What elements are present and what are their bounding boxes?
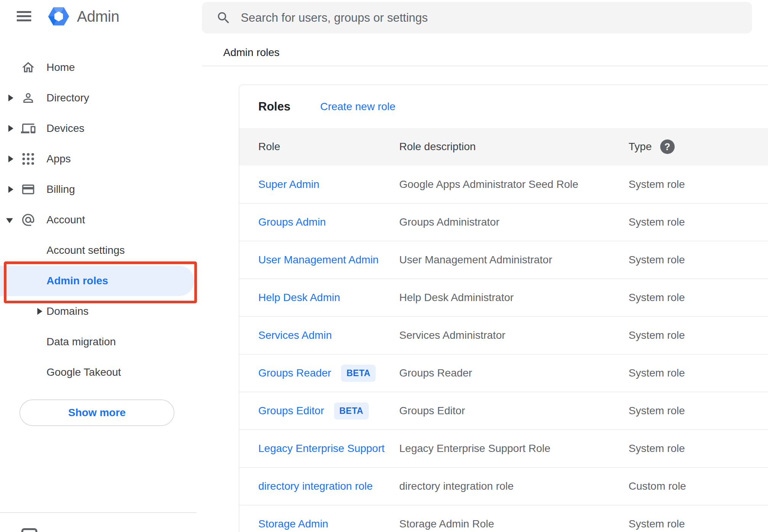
sidebar-item-label: Google Takeout xyxy=(46,366,121,378)
role-type: Custom role xyxy=(629,480,768,492)
expand-arrow-icon xyxy=(8,125,13,132)
role-type: System role xyxy=(629,405,768,417)
role-link[interactable]: Storage Admin xyxy=(258,518,328,530)
role-cell: Super Admin xyxy=(258,178,399,191)
search-bar[interactable] xyxy=(202,2,752,34)
sidebar-nav: Home Directory Devices xyxy=(0,52,202,388)
collapse-arrow-icon xyxy=(6,218,13,223)
roles-panel: Roles Create new role Role Role descript… xyxy=(239,85,768,532)
role-type: System role xyxy=(629,292,768,304)
clipped-sidebar-icon xyxy=(21,528,37,532)
role-cell: Groups Admin xyxy=(258,216,399,228)
role-cell: Groups Reader BETA xyxy=(258,365,399,382)
role-description: User Management Administrator xyxy=(399,254,629,266)
table-row: directory integration role directory int… xyxy=(239,467,768,505)
role-link[interactable]: Groups Editor xyxy=(258,405,324,417)
show-more-button[interactable]: Show more xyxy=(19,399,174,426)
sidebar-item-label: Admin roles xyxy=(46,275,108,287)
roles-panel-header: Roles Create new role xyxy=(239,85,768,128)
role-link[interactable]: directory integration role xyxy=(258,480,373,492)
sidebar-item-devices[interactable]: Devices xyxy=(0,113,202,144)
role-cell: User Management Admin xyxy=(258,254,399,266)
menu-bar xyxy=(17,11,31,13)
role-type: System role xyxy=(629,329,768,341)
table-row: Groups Editor BETA Groups Editor System … xyxy=(239,392,768,429)
role-cell: Services Admin xyxy=(258,329,399,341)
role-link[interactable]: Groups Reader xyxy=(258,367,331,379)
sidebar-item-label: Directory xyxy=(46,92,89,104)
sidebar-item-home[interactable]: Home xyxy=(0,52,202,83)
role-cell: Groups Editor BETA xyxy=(258,402,399,420)
role-link[interactable]: Legacy Enterprise Support xyxy=(258,442,385,455)
role-cell: Legacy Enterprise Support xyxy=(258,442,399,455)
create-new-role-link[interactable]: Create new role xyxy=(320,101,395,113)
sidebar-item-directory[interactable]: Directory xyxy=(0,83,202,113)
at-sign-icon xyxy=(21,213,35,227)
role-link[interactable]: Groups Admin xyxy=(258,216,326,228)
sidebar-item-apps[interactable]: Apps xyxy=(0,144,202,174)
table-body: Super Admin Google Apps Administrator Se… xyxy=(239,165,768,532)
admin-logo[interactable]: Admin xyxy=(47,4,119,29)
expand-arrow-icon xyxy=(8,155,13,162)
panel-title: Roles xyxy=(258,100,290,114)
role-description: Groups Reader xyxy=(399,367,629,379)
role-type: System role xyxy=(629,178,768,191)
beta-badge: BETA xyxy=(334,402,369,420)
column-header-type: Type ? xyxy=(629,139,768,154)
admin-console: Admin Home Directory Devices xyxy=(0,0,768,532)
role-link[interactable]: Help Desk Admin xyxy=(258,292,340,304)
column-header-role: Role xyxy=(258,141,399,153)
sidebar-item-data-migration[interactable]: Data migration xyxy=(0,327,202,357)
role-description: Legacy Enterprise Support Role xyxy=(399,442,629,455)
sidebar-item-label: Home xyxy=(46,61,75,74)
column-header-role-description: Role description xyxy=(399,141,629,153)
table-row: Services Admin Services Administrator Sy… xyxy=(239,316,768,354)
role-description: Groups Administrator xyxy=(399,216,629,228)
home-icon xyxy=(21,60,35,75)
role-type: System role xyxy=(629,367,768,379)
sidebar-item-google-takeout[interactable]: Google Takeout xyxy=(0,357,202,388)
role-link[interactable]: Super Admin xyxy=(258,178,319,191)
role-description: Help Desk Administrator xyxy=(399,292,629,304)
search-input[interactable] xyxy=(241,6,752,29)
sidebar-item-billing[interactable]: Billing xyxy=(0,174,202,205)
role-type: System role xyxy=(629,254,768,266)
sidebar-item-label: Apps xyxy=(46,153,71,165)
sidebar-item-domains[interactable]: Domains xyxy=(0,296,202,327)
role-description: Groups Editor xyxy=(399,405,629,417)
role-cell: directory integration role xyxy=(258,480,399,492)
menu-icon[interactable] xyxy=(15,6,37,26)
role-cell: Storage Admin xyxy=(258,518,399,530)
role-link[interactable]: Services Admin xyxy=(258,329,332,341)
breadcrumb: Admin roles xyxy=(223,46,280,59)
role-type: System role xyxy=(629,442,768,455)
table-row: Super Admin Google Apps Administrator Se… xyxy=(239,165,768,203)
column-header-type-label: Type xyxy=(629,141,652,153)
sidebar-item-admin-roles[interactable]: Admin roles xyxy=(0,266,202,296)
sidebar-item-label: Devices xyxy=(46,122,85,135)
sidebar-item-label: Account xyxy=(46,214,85,226)
sidebar-bottom-divider xyxy=(0,512,197,513)
table-row: Legacy Enterprise Support Legacy Enterpr… xyxy=(239,429,768,467)
role-description: Services Administrator xyxy=(399,329,629,341)
person-icon xyxy=(21,91,35,105)
admin-logo-icon xyxy=(47,5,70,28)
role-type: System role xyxy=(629,518,768,530)
apps-icon xyxy=(21,152,35,166)
sidebar-item-label: Billing xyxy=(46,183,75,195)
expand-arrow-icon xyxy=(8,95,13,101)
search-icon xyxy=(216,10,231,26)
menu-bar xyxy=(17,19,31,21)
role-description: directory integration role xyxy=(399,480,629,492)
help-icon[interactable]: ? xyxy=(660,139,675,154)
role-cell: Help Desk Admin xyxy=(258,292,399,304)
table-row: Groups Reader BETA Groups Reader System … xyxy=(239,354,768,392)
sidebar-item-label: Domains xyxy=(46,305,88,317)
role-link[interactable]: User Management Admin xyxy=(258,254,379,266)
beta-badge: BETA xyxy=(341,365,376,382)
role-description: Google Apps Administrator Seed Role xyxy=(399,178,629,191)
table-row: User Management Admin User Management Ad… xyxy=(239,241,768,279)
sidebar-item-account-settings[interactable]: Account settings xyxy=(0,235,202,266)
sidebar-item-label: Account settings xyxy=(46,244,125,256)
sidebar-item-account[interactable]: Account xyxy=(0,205,202,235)
